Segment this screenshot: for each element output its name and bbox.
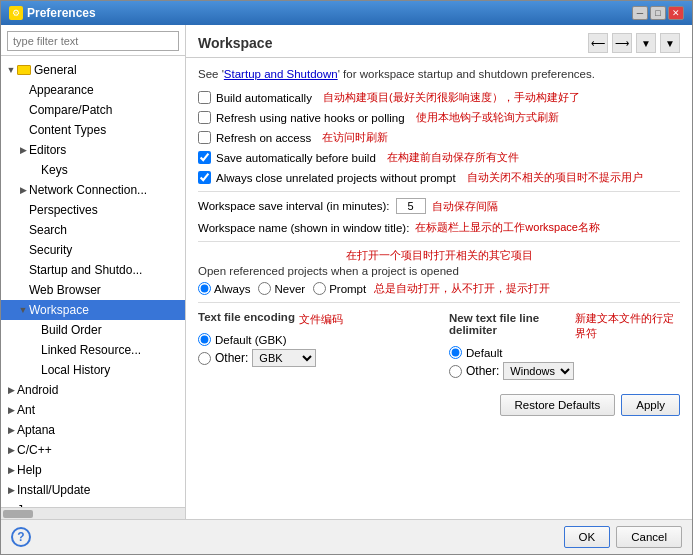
header-icons: ⟵ ⟶ ▼ ▼ (588, 33, 680, 53)
tree-item-startup-shutdown[interactable]: Startup and Shutdo... (1, 260, 185, 280)
window-icon: ⚙ (9, 6, 23, 20)
tree-item-editors[interactable]: ▶ Editors (1, 140, 185, 160)
tree-label-cpp: C/C++ (17, 443, 52, 457)
expand-icon-ant: ▶ (5, 404, 17, 416)
tree-item-build-order[interactable]: Build Order (1, 320, 185, 340)
close-button[interactable]: ✕ (668, 6, 684, 20)
separator-1 (198, 191, 680, 192)
filter-input[interactable] (7, 31, 179, 51)
radio-never-label: Never (258, 282, 305, 295)
startup-shutdown-link[interactable]: Startup and Shutdown (224, 68, 338, 80)
left-panel: ▼ General Appearance Comp (1, 25, 186, 519)
interval-input[interactable] (396, 198, 426, 214)
build-auto-cn: 自动构建项目(最好关闭很影响速度），手动构建好了 (323, 90, 580, 105)
refresh-access-checkbox[interactable] (198, 131, 211, 144)
text-file-encoding-cn: 文件编码 (299, 312, 343, 327)
encoding-other-select[interactable]: GBK UTF-8 UTF-16 (252, 349, 316, 367)
tree-item-keys[interactable]: Keys (1, 160, 185, 180)
open-project-cn: 在打开一个项目时打开相关的其它项目 (198, 248, 680, 263)
expand-icon-startup (17, 264, 29, 276)
tree-label-appearance: Appearance (29, 83, 94, 97)
checkbox-row-refresh-access: Refresh on access 在访问时刷新 (198, 130, 680, 145)
tree-label-aptana: Aptana (17, 423, 55, 437)
expand-icon-linked-resources (29, 344, 41, 356)
expand-icon-aptana: ▶ (5, 424, 17, 436)
expand-icon-editors: ▶ (17, 144, 29, 156)
ok-button[interactable]: OK (564, 526, 611, 548)
tree-item-search[interactable]: Search (1, 220, 185, 240)
tree-item-aptana[interactable]: ▶ Aptana (1, 420, 185, 440)
checkbox-row-native-hooks: Refresh using native hooks or polling 使用… (198, 110, 680, 125)
build-auto-checkbox[interactable] (198, 91, 211, 104)
tree-label-content-types: Content Types (29, 123, 106, 137)
restore-defaults-button[interactable]: Restore Defaults (500, 394, 616, 416)
delimiter-other-select[interactable]: Windows Unix Mac OS (503, 362, 574, 380)
tree-label-help: Help (17, 463, 42, 477)
nav-extra-button[interactable]: ▼ (660, 33, 680, 53)
tree-label-android: Android (17, 383, 58, 397)
tree-item-cpp[interactable]: ▶ C/C++ (1, 440, 185, 460)
radio-always-text: Always (214, 283, 250, 295)
encoding-other-row: Other: GBK UTF-8 UTF-16 (198, 349, 429, 367)
tree-item-appearance[interactable]: Appearance (1, 80, 185, 100)
nav-back-button[interactable]: ⟵ (588, 33, 608, 53)
delimiter-default-row: Default (449, 346, 680, 359)
tree-item-general[interactable]: ▼ General (1, 60, 185, 80)
tree-label-linked-resources: Linked Resource... (41, 343, 141, 357)
encoding-section: Text file encoding 文件编码 Default (GBK) Ot… (198, 311, 680, 380)
tree-item-workspace[interactable]: ▼ Workspace (1, 300, 185, 320)
tree-item-content-types[interactable]: Content Types (1, 120, 185, 140)
encoding-other-label: Other: (215, 351, 248, 365)
native-hooks-checkbox[interactable] (198, 111, 211, 124)
expand-icon-compare-patch (17, 104, 29, 116)
maximize-button[interactable]: □ (650, 6, 666, 20)
checkbox-row-build-auto: Build automatically 自动构建项目(最好关闭很影响速度），手动… (198, 90, 680, 105)
name-label: Workspace name (shown in window title): (198, 222, 409, 234)
expand-icon-security (17, 244, 29, 256)
tree-item-security[interactable]: Security (1, 240, 185, 260)
line-delimiter-title: New text file line delimiter (449, 312, 571, 336)
tree-scrollbar[interactable] (1, 507, 185, 519)
delimiter-title-row: New text file line delimiter 新建文本文件的行定界符 (449, 311, 680, 341)
expand-icon-local-history (29, 364, 41, 376)
nav-forward-button[interactable]: ⟶ (612, 33, 632, 53)
nav-menu-button[interactable]: ▼ (636, 33, 656, 53)
tree-item-local-history[interactable]: Local History (1, 360, 185, 380)
tree-item-java[interactable]: ▶ Java (1, 500, 185, 507)
delimiter-other-radio[interactable] (449, 365, 462, 378)
tree-item-network-connections[interactable]: ▶ Network Connection... (1, 180, 185, 200)
radio-prompt-label: Prompt (313, 282, 366, 295)
tree-item-web-browser[interactable]: Web Browser (1, 280, 185, 300)
minimize-button[interactable]: ─ (632, 6, 648, 20)
tree-item-compare-patch[interactable]: Compare/Patch (1, 100, 185, 120)
tree-item-android[interactable]: ▶ Android (1, 380, 185, 400)
help-button[interactable]: ? (11, 527, 31, 547)
preferences-window: ⚙ Preferences ─ □ ✕ ▼ General (0, 0, 693, 555)
tree-item-ant[interactable]: ▶ Ant (1, 400, 185, 420)
delimiter-default-radio[interactable] (449, 346, 462, 359)
radio-always[interactable] (198, 282, 211, 295)
radio-cn: 总是自动打开，从不打开，提示打开 (374, 281, 550, 296)
radio-never[interactable] (258, 282, 271, 295)
tree-item-perspectives[interactable]: Perspectives (1, 200, 185, 220)
cancel-button[interactable]: Cancel (616, 526, 682, 548)
tree-label-install-update: Install/Update (17, 483, 90, 497)
always-close-checkbox[interactable] (198, 171, 211, 184)
tree-label-network: Network Connection... (29, 183, 147, 197)
expand-icon-install-update: ▶ (5, 484, 17, 496)
delimiter-other-row: Other: Windows Unix Mac OS (449, 362, 680, 380)
tree-label-security: Security (29, 243, 72, 257)
expand-icon-help: ▶ (5, 464, 17, 476)
encoding-title-row: Text file encoding 文件编码 (198, 311, 429, 328)
radio-prompt[interactable] (313, 282, 326, 295)
save-before-build-checkbox[interactable] (198, 151, 211, 164)
folder-icon-general (17, 65, 31, 75)
expand-icon-general: ▼ (5, 64, 17, 76)
tree-item-install-update[interactable]: ▶ Install/Update (1, 480, 185, 500)
encoding-default-radio[interactable] (198, 333, 211, 346)
interval-row: Workspace save interval (in minutes): 自动… (198, 198, 680, 214)
tree-item-help[interactable]: ▶ Help (1, 460, 185, 480)
encoding-other-radio[interactable] (198, 352, 211, 365)
apply-button[interactable]: Apply (621, 394, 680, 416)
tree-item-linked-resources[interactable]: Linked Resource... (1, 340, 185, 360)
